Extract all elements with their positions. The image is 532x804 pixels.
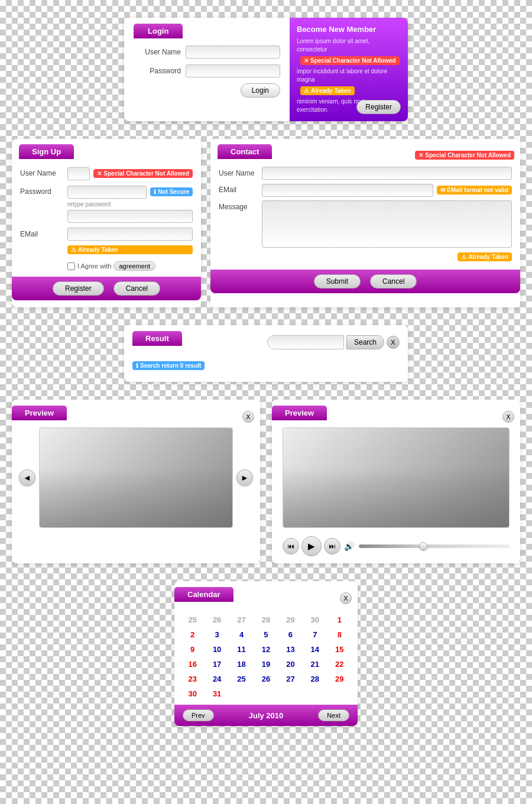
preview1-content: ◄ ► [12,427,260,528]
result-panel: Result Search X ℹ Search return 0 result [124,325,408,382]
calendar-close-button[interactable]: X [340,592,352,604]
calendar-day[interactable]: 16 [180,657,205,672]
contact-name-inputs [262,167,512,180]
calendar-day[interactable]: 12 [254,642,278,657]
calendar-table: 2526272829301234567891011121314151617181… [180,612,352,701]
signup-username-input[interactable] [67,167,90,180]
contact-submit-button[interactable]: Submit [314,274,361,288]
calendar-day[interactable]: 28 [254,612,278,627]
calendar-day[interactable]: 4 [229,627,254,642]
contact-form-body: User Name EMail ✉ EMail format not valid [210,167,520,264]
calendar-day[interactable]: 21 [303,657,327,672]
calendar-day[interactable]: 2 [180,627,205,642]
calendar-day[interactable]: 5 [254,627,278,642]
previews-row: Preview X ◄ ► Preview X ⏮ ▶ ⏭ [12,400,520,563]
calendar-day[interactable]: 22 [327,657,352,672]
preview2-content: ⏮ ▶ ⏭ 🔊 [272,427,520,556]
search-clear-button[interactable]: X [387,336,400,349]
agreement-link[interactable]: agreement [113,261,155,271]
preview2-tab: Preview [272,406,327,420]
calendar-day[interactable]: 26 [254,672,278,686]
signup-username-row: User Name ✕ Special Character Not Allowe… [20,167,193,180]
login-panel: Login User Name Password Login Become Ne… [124,18,408,121]
calendar-day[interactable]: 24 [205,672,229,686]
contact-name-input[interactable] [262,167,512,180]
calendar-day[interactable]: 10 [205,642,229,657]
signup-email-input[interactable] [67,228,193,241]
contact-email-input[interactable] [262,184,433,197]
signup-tab: Sign Up [19,144,74,159]
calendar-day[interactable]: 19 [254,657,278,672]
search-button[interactable]: Search [346,335,384,349]
preview1-header: Preview X [12,406,260,427]
calendar-day[interactable]: 27 [229,612,254,627]
calendar-day[interactable]: 14 [303,642,327,657]
calendar-day[interactable]: 27 [278,672,303,686]
volume-thumb[interactable] [419,542,427,550]
signup-email-row: EMail ⚠ Already Taken [20,228,193,257]
media-controls: ⏮ ▶ ⏭ 🔊 [277,533,515,556]
calendar-day[interactable]: 11 [229,642,254,657]
calendar-day[interactable]: 1 [327,612,352,627]
calendar-prev-button[interactable]: Prev [183,709,214,721]
signup-password-input[interactable] [67,186,147,199]
agreement-checkbox[interactable] [67,262,75,270]
volume-icon: 🔊 [344,542,354,551]
contact-cancel-button[interactable]: Cancel [370,274,417,288]
calendar-day[interactable]: 17 [205,657,229,672]
calendar-day[interactable]: 7 [303,627,327,642]
calendar-day[interactable]: 15 [327,642,352,657]
preview1-image [39,427,233,528]
rewind-button[interactable]: ⏮ [283,538,299,555]
search-input[interactable] [267,335,344,349]
calendar-month-label: July 2010 [249,711,284,720]
volume-slider[interactable] [359,544,510,548]
calendar-header: Calendar X [174,587,358,609]
register-button[interactable]: Register [356,100,401,114]
calendar-day[interactable]: 13 [278,642,303,657]
calendar-day[interactable]: 30 [180,686,205,701]
preview1-close-button[interactable]: X [242,411,254,423]
login-left: Login User Name Password Login [124,18,290,121]
warning-icon: ⚠ [461,254,466,260]
signup-footer: Register Cancel [12,277,201,300]
calendar-day [327,686,352,701]
calendar-day[interactable]: 18 [229,657,254,672]
preview2-close-button[interactable]: X [502,411,514,423]
calendar-day[interactable]: 8 [327,627,352,642]
calendar-day[interactable]: 25 [180,612,205,627]
login-button[interactable]: Login [241,83,280,98]
preview1-prev-button[interactable]: ◄ [19,469,35,486]
calendar-day[interactable]: 20 [278,657,303,672]
username-input[interactable] [186,46,280,59]
become-member-title: Become New Member [297,25,401,34]
calendar-next-button[interactable]: Next [318,709,349,721]
play-button[interactable]: ▶ [301,536,322,556]
preview1-next-button[interactable]: ► [236,469,253,486]
calendar-day[interactable]: 26 [205,612,229,627]
forward-button[interactable]: ⏭ [324,538,340,555]
calendar-day[interactable]: 3 [205,627,229,642]
password-input[interactable] [186,64,280,77]
calendar-day[interactable]: 28 [303,672,327,686]
calendar-day[interactable]: 29 [278,612,303,627]
signup-cancel-button[interactable]: Cancel [113,281,160,296]
preview1-panel: Preview X ◄ ► [12,400,260,563]
signup-register-button[interactable]: Register [53,281,104,296]
signup-warning-taken: ⚠ Already Taken [67,245,193,254]
signup-error-special: ✕ Special Character Not Allowed [93,169,193,178]
calendar-day[interactable]: 30 [303,612,327,627]
contact-email-field-row: ✉ EMail format not valid [262,183,512,197]
calendar-day[interactable]: 23 [180,672,205,686]
search-bar: Search X [267,335,400,349]
contact-panel: Contact ✕ Special Character Not Allowed … [210,139,520,307]
calendar-day[interactable]: 6 [278,627,303,642]
calendar-day[interactable]: 31 [205,686,229,701]
contact-message-input[interactable] [262,200,512,248]
signup-retype-input[interactable] [67,210,193,223]
retype-hint: retype password [67,201,193,208]
calendar-day[interactable]: 29 [327,672,352,686]
agree-label: I Agree with [77,262,111,270]
calendar-day[interactable]: 9 [180,642,205,657]
calendar-day[interactable]: 25 [229,672,254,686]
